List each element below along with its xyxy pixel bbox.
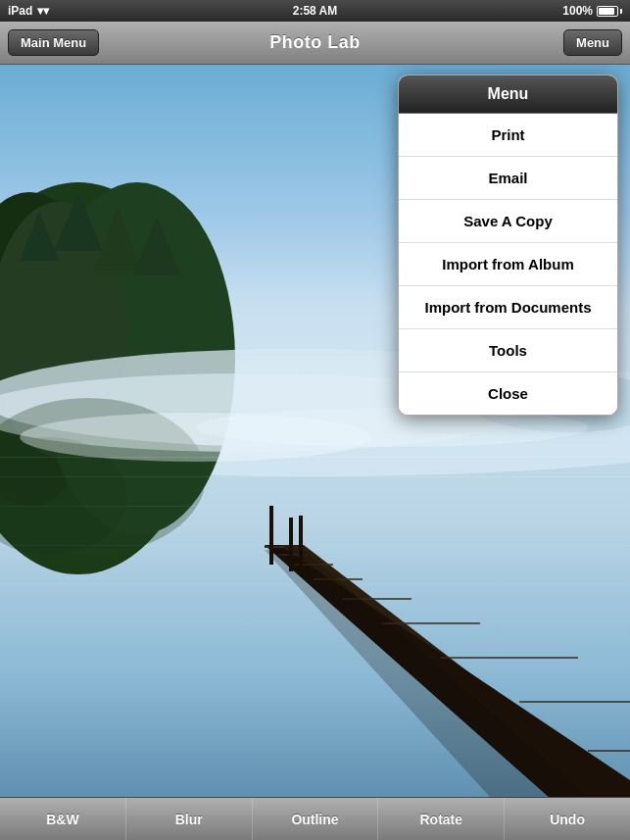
nav-title: Photo Lab bbox=[269, 32, 361, 53]
battery-percent: 100% bbox=[562, 4, 593, 18]
battery-icon bbox=[597, 6, 622, 17]
wifi-icon: ▾▾ bbox=[37, 4, 49, 18]
rotate-button[interactable]: Rotate bbox=[378, 798, 505, 840]
status-time: 2:58 AM bbox=[293, 4, 338, 18]
status-left: iPad ▾▾ bbox=[8, 4, 49, 18]
menu-button[interactable]: Menu bbox=[563, 29, 622, 56]
menu-item-email[interactable]: Email bbox=[399, 157, 617, 200]
outline-button[interactable]: Outline bbox=[253, 798, 379, 840]
blur-button[interactable]: Blur bbox=[126, 798, 253, 840]
menu-item-import-album[interactable]: Import from Album bbox=[399, 243, 617, 286]
menu-item-print[interactable]: Print bbox=[399, 114, 617, 157]
menu-item-close[interactable]: Close bbox=[399, 372, 617, 415]
dropdown-menu: Menu Print Email Save A Copy Import from… bbox=[398, 74, 618, 416]
main-menu-button[interactable]: Main Menu bbox=[8, 29, 99, 56]
status-right: 100% bbox=[562, 4, 622, 18]
status-bar: iPad ▾▾ 2:58 AM 100% bbox=[0, 0, 630, 22]
menu-item-import-documents[interactable]: Import from Documents bbox=[399, 286, 617, 329]
menu-item-tools[interactable]: Tools bbox=[399, 329, 617, 372]
menu-header: Menu bbox=[399, 75, 617, 114]
menu-item-save-copy[interactable]: Save A Copy bbox=[399, 200, 617, 243]
bw-button[interactable]: B&W bbox=[0, 798, 126, 840]
svg-rect-19 bbox=[0, 623, 630, 624]
bottom-toolbar: B&W Blur Outline Rotate Undo bbox=[0, 797, 630, 840]
undo-button[interactable]: Undo bbox=[505, 798, 630, 840]
device-label: iPad bbox=[8, 4, 32, 18]
photo-area: Menu Print Email Save A Copy Import from… bbox=[0, 65, 630, 797]
nav-bar: Main Menu Photo Lab Menu bbox=[0, 22, 630, 65]
